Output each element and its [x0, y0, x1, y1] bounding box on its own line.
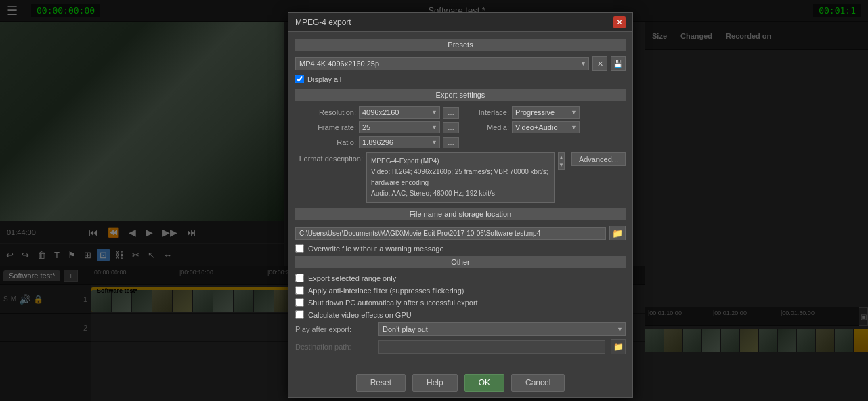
format-desc-scrollbar[interactable]: ▲ ▼	[558, 152, 565, 170]
export-range-label[interactable]: Export selected range only	[308, 274, 396, 282]
media-select[interactable]: Video+Audio	[512, 121, 580, 133]
export-range-checkbox[interactable]	[295, 274, 304, 282]
gpu-label[interactable]: Calculate video effects on GPU	[308, 311, 412, 319]
anti-interlace-row: Apply anti-interlace filter (suppresses …	[295, 286, 626, 295]
interlace-label: Interlace:	[462, 108, 509, 117]
resolution-select-wrapper: 4096x2160 ▼	[359, 106, 440, 119]
media-label: Media:	[462, 123, 509, 131]
scroll-up-icon[interactable]: ▲	[559, 154, 564, 161]
anti-interlace-checkbox[interactable]	[295, 286, 304, 295]
scroll-down-icon[interactable]: ▼	[559, 162, 564, 168]
anti-interlace-label[interactable]: Apply anti-interlace filter (suppresses …	[308, 287, 464, 295]
ratio-select[interactable]: 1.896296	[359, 136, 440, 148]
dialog-body: Presets MP4 4K 4096x2160 25p ▼ ✕ 💾 Displ…	[288, 32, 632, 368]
interlace-select[interactable]: Progressive	[512, 106, 580, 119]
reset-button[interactable]: Reset	[356, 374, 406, 392]
cancel-button[interactable]: Cancel	[511, 374, 565, 392]
framerate-select[interactable]: 25	[359, 121, 440, 133]
dest-path-label: Destination path:	[295, 343, 373, 351]
format-desc-label: Format description:	[295, 152, 363, 163]
destination-path-row: Destination path: 📁	[295, 339, 626, 354]
export-dialog: MPEG-4 export ✕ Presets MP4 4K 4096x2160…	[288, 12, 633, 398]
export-range-row: Export selected range only	[295, 274, 626, 282]
shutdown-row: Shut down PC automatically after success…	[295, 298, 626, 307]
dialog-titlebar: MPEG-4 export ✕	[288, 13, 632, 32]
framerate-dots-button[interactable]: …	[443, 122, 459, 133]
overwrite-checkbox[interactable]	[295, 244, 304, 253]
other-section-header: Other	[295, 256, 626, 268]
framerate-label: Frame rate:	[295, 123, 356, 131]
export-settings-section-header: Export settings	[295, 89, 626, 101]
gpu-row: Calculate video effects on GPU	[295, 310, 626, 319]
presets-section-header: Presets	[295, 39, 626, 51]
play-after-select-wrapper: Don't play out ▼	[378, 322, 626, 336]
framerate-row: Frame rate: 25 ▼ … Media: Video+Audio ▼	[295, 121, 626, 133]
shutdown-checkbox[interactable]	[295, 298, 304, 307]
ratio-select-wrapper: 1.896296 ▼	[359, 136, 440, 148]
shutdown-label[interactable]: Shut down PC automatically after success…	[308, 299, 478, 307]
ratio-label: Ratio:	[295, 138, 356, 146]
dialog-footer: Reset Help OK Cancel	[288, 368, 632, 397]
ratio-dots-button[interactable]: …	[443, 137, 459, 148]
dest-path-input[interactable]	[378, 340, 605, 354]
file-name-section-header: File name and storage location	[295, 208, 626, 220]
preset-select-wrapper: MP4 4K 4096x2160 25p ▼	[295, 57, 589, 70]
file-path-row: 📁	[295, 226, 626, 240]
display-all-checkbox[interactable]	[295, 75, 304, 83]
resolution-label: Resolution:	[295, 108, 356, 117]
format-desc-text: MPEG-4-Export (MP4) Video: H.264; 4096x2…	[366, 152, 555, 203]
overwrite-row: Overwrite file without a warning message	[295, 244, 626, 253]
format-description-row: Format description: MPEG-4-Export (MP4) …	[295, 152, 626, 203]
dest-browse-button[interactable]: 📁	[611, 339, 626, 354]
display-all-label[interactable]: Display all	[307, 75, 341, 83]
preset-delete-button[interactable]: ✕	[592, 56, 607, 71]
overwrite-label[interactable]: Overwrite file without a warning message	[308, 245, 444, 253]
preset-save-button[interactable]: 💾	[611, 56, 626, 71]
framerate-select-wrapper: 25 ▼	[359, 121, 440, 133]
advanced-button[interactable]: Advanced...	[571, 152, 626, 166]
preset-select[interactable]: MP4 4K 4096x2160 25p	[295, 57, 589, 70]
ok-button[interactable]: OK	[464, 374, 504, 392]
interlace-select-wrapper: Progressive ▼	[512, 106, 580, 119]
help-button[interactable]: Help	[412, 374, 458, 392]
browse-folder-button[interactable]: 📁	[609, 226, 626, 240]
resolution-dots-button[interactable]: …	[443, 107, 459, 119]
resolution-row: Resolution: 4096x2160 ▼ … Interlace: Pro…	[295, 106, 626, 119]
ratio-row: Ratio: 1.896296 ▼ …	[295, 136, 626, 148]
gpu-checkbox[interactable]	[295, 310, 304, 319]
play-after-label: Play after export:	[295, 325, 373, 333]
play-after-select[interactable]: Don't play out	[378, 322, 626, 336]
dialog-title: MPEG-4 export	[295, 18, 351, 27]
dialog-close-button[interactable]: ✕	[613, 16, 626, 28]
presets-row: MP4 4K 4096x2160 25p ▼ ✕ 💾	[295, 56, 626, 71]
play-after-export-row: Play after export: Don't play out ▼	[295, 322, 626, 336]
media-select-wrapper: Video+Audio ▼	[512, 121, 580, 133]
display-all-row: Display all	[295, 75, 626, 83]
resolution-select[interactable]: 4096x2160	[359, 106, 440, 119]
file-path-input[interactable]	[295, 227, 606, 240]
